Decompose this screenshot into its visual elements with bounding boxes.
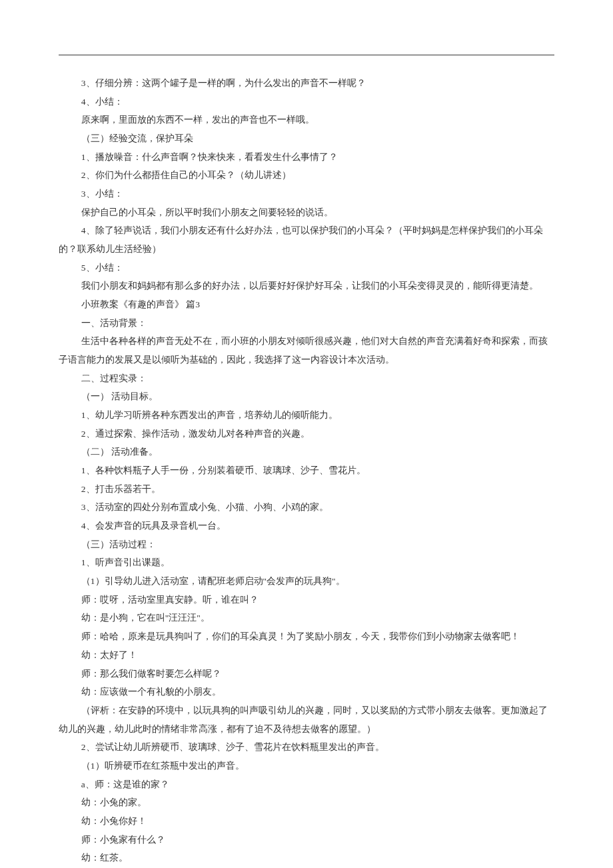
paragraph: 幼：小兔你好！ — [59, 812, 554, 831]
paragraph: 4、小结： — [59, 93, 554, 111]
paragraph: 幼：太好了！ — [59, 646, 554, 665]
paragraph: 1、各种饮料瓶子人手一份，分别装着硬币、玻璃球、沙子、雪花片。 — [59, 461, 554, 480]
paragraph: 幼：应该做一个有礼貌的小朋友。 — [59, 683, 554, 701]
paragraph: 师：哎呀，活动室里真安静。听，谁在叫？ — [59, 591, 554, 609]
paragraph: 幼：小兔的家。 — [59, 793, 554, 812]
paragraph: 3、小结： — [59, 185, 554, 203]
paragraph: 3、仔细分辨：这两个罐子是一样的啊，为什么发出的声音不一样呢？ — [59, 74, 554, 93]
paragraph: 保护自己的小耳朵，所以平时我们小朋友之间要轻轻的说话。 — [59, 203, 554, 222]
paragraph: （1）引导幼儿进入活动室，请配班老师启动"会发声的玩具狗"。 — [59, 572, 554, 591]
paragraph: 一、活动背景： — [59, 314, 554, 333]
paragraph: 1、听声音引出课题。 — [59, 553, 554, 572]
paragraph: （1）听辨硬币在红茶瓶中发出的声音。 — [59, 757, 554, 775]
paragraph: 师：那么我们做客时要怎么样呢？ — [59, 665, 554, 683]
document-body: 3、仔细分辨：这两个罐子是一样的啊，为什么发出的声音不一样呢？4、小结：原来啊，… — [59, 74, 554, 868]
paragraph: a、师：这是谁的家？ — [59, 775, 554, 794]
paragraph: 1、播放噪音：什么声音啊？快来快来，看看发生什么事情了？ — [59, 148, 554, 167]
paragraph: 3、活动室的四处分别布置成小兔、小猫、小狗、小鸡的家。 — [59, 498, 554, 517]
paragraph: 2、尝试让幼儿听辨硬币、玻璃球、沙子、雪花片在饮料瓶里发出的声音。 — [59, 738, 554, 757]
paragraph: 幼：红茶。 — [59, 849, 554, 867]
paragraph: （一） 活动目标。 — [59, 387, 554, 406]
paragraph: 5、小结： — [59, 259, 554, 277]
paragraph: 4、除了轻声说话，我们小朋友还有什么好办法，也可以保护我们的小耳朵？（平时妈妈是… — [59, 221, 554, 258]
paragraph: （评析：在安静的环境中，以玩具狗的叫声吸引幼儿的兴趣，同时，又以奖励的方式带小朋… — [59, 701, 554, 738]
paragraph: 幼：是小狗，它在叫"汪汪汪"。 — [59, 609, 554, 627]
paragraph: 师：小兔家有什么？ — [59, 831, 554, 849]
paragraph: 4、会发声音的玩具及录音机一台。 — [59, 517, 554, 535]
paragraph: 生活中各种各样的声音无处不在，而小班的小朋友对倾听很感兴趣，他们对大自然的声音充… — [59, 332, 554, 369]
paragraph: （三）活动过程： — [59, 535, 554, 554]
paragraph: 我们小朋友和妈妈都有那么多的好办法，以后要好好保护好耳朵，让我们的小耳朵变得灵灵… — [59, 277, 554, 295]
paragraph: （二） 活动准备。 — [59, 443, 554, 461]
paragraph: 师：哈哈，原来是玩具狗叫了，你们的耳朵真灵！为了奖励小朋友，今天，我带你们到小动… — [59, 627, 554, 646]
paragraph: （三）经验交流，保护耳朵 — [59, 129, 554, 148]
top-rule — [59, 55, 554, 55]
paragraph: 2、通过探索、操作活动，激发幼儿对各种声音的兴趣。 — [59, 425, 554, 443]
paragraph: 2、打击乐器若干。 — [59, 480, 554, 499]
paragraph: 小班教案《有趣的声音》 篇3 — [59, 295, 554, 314]
paragraph: 原来啊，里面放的东西不一样，发出的声音也不一样哦。 — [59, 111, 554, 129]
paragraph: 二、过程实录： — [59, 369, 554, 388]
paragraph: 1、幼儿学习听辨各种东西发出的声音，培养幼儿的倾听能力。 — [59, 406, 554, 425]
paragraph: 2、你们为什么都捂住自己的小耳朵？（幼儿讲述） — [59, 166, 554, 185]
